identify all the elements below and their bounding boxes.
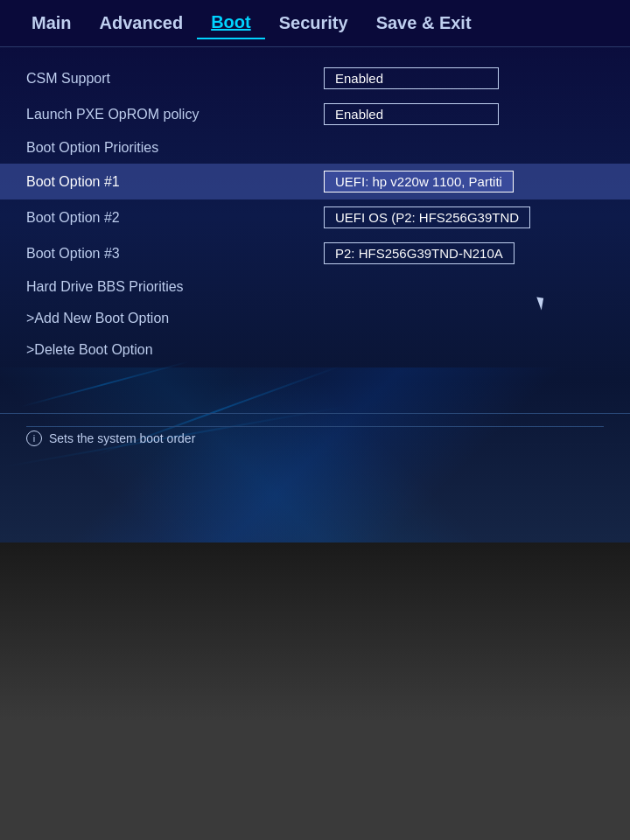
boot-option-3-value[interactable]: P2: HFS256G39TND-N210A — [324, 242, 514, 264]
launch-pxe-label: Launch PXE OpROM policy — [26, 107, 324, 122]
bios-content: CSM Support Enabled Launch PXE OpROM pol… — [0, 47, 630, 379]
boot-option-1-label: Boot Option #1 — [26, 174, 324, 190]
menu-item-security[interactable]: Security — [265, 8, 362, 38]
csm-support-row[interactable]: CSM Support Enabled — [26, 60, 604, 96]
menu-bar: Main Advanced Boot Security Save & Exit — [0, 0, 630, 47]
add-boot-option-row[interactable]: >Add New Boot Option — [26, 303, 604, 334]
boot-option-3-label: Boot Option #3 — [26, 246, 324, 262]
boot-priorities-label: Boot Option Priorities — [26, 140, 324, 156]
csm-support-label: CSM Support — [26, 71, 324, 87]
menu-item-advanced[interactable]: Advanced — [86, 8, 198, 38]
boot-priorities-row: Boot Option Priorities — [26, 132, 604, 164]
hdd-bbs-label: Hard Drive BBS Priorities — [26, 279, 324, 295]
menu-item-boot[interactable]: Boot — [197, 7, 265, 39]
boot-option-2-value[interactable]: UEFI OS (P2: HFS256G39TND — [324, 206, 530, 228]
laptop-bezel: /ISUS esc zz f1 ✈ f2 ⊞ f3 ☼ f4 — [0, 542, 630, 840]
csm-support-value[interactable]: Enabled — [324, 67, 499, 89]
menu-item-save-exit[interactable]: Save & Exit — [362, 8, 486, 38]
boot-option-2-row[interactable]: Boot Option #2 UEFI OS (P2: HFS256G39TND — [26, 200, 604, 235]
add-boot-option-label[interactable]: >Add New Boot Option — [26, 311, 324, 326]
bios-screen: Main Advanced Boot Security Save & Exit … — [0, 0, 630, 542]
menu-item-main[interactable]: Main — [18, 8, 86, 38]
info-bar: i Sets the system boot order — [0, 413, 630, 455]
launch-pxe-row[interactable]: Launch PXE OpROM policy Enabled — [26, 96, 604, 132]
boot-option-1-row[interactable]: Boot Option #1 UEFI: hp v220w 1100, Part… — [0, 164, 630, 200]
info-text-row: i Sets the system boot order — [26, 430, 604, 446]
boot-option-3-row[interactable]: Boot Option #3 P2: HFS256G39TND-N210A — [26, 235, 604, 271]
launch-pxe-value[interactable]: Enabled — [324, 103, 499, 125]
info-icon: i — [26, 430, 42, 446]
info-text-label: Sets the system boot order — [49, 431, 195, 445]
boot-option-2-label: Boot Option #2 — [26, 210, 324, 226]
info-divider — [26, 426, 604, 427]
hdd-bbs-row[interactable]: Hard Drive BBS Priorities — [26, 271, 604, 303]
delete-boot-option-label[interactable]: >Delete Boot Option — [26, 342, 324, 358]
delete-boot-option-row[interactable]: >Delete Boot Option — [26, 334, 604, 366]
boot-option-1-value[interactable]: UEFI: hp v220w 1100, Partiti — [324, 171, 514, 192]
